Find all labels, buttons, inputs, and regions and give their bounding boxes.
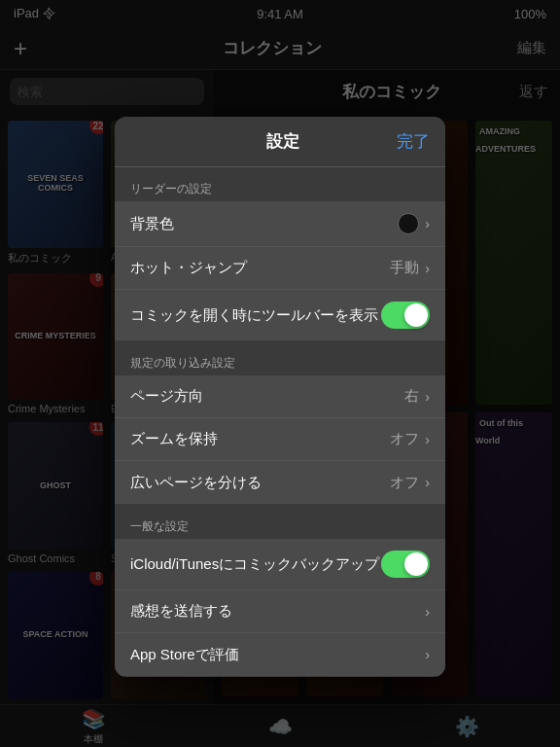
- settings-row-wide-page[interactable]: 広いページを分ける オフ ›: [115, 461, 445, 504]
- settings-done-button[interactable]: 完了: [397, 130, 430, 153]
- color-swatch: [398, 213, 419, 234]
- chevron-icon: ›: [425, 475, 430, 490]
- settings-row-page-dir[interactable]: ページ方向 右 ›: [115, 375, 445, 418]
- chevron-icon: ›: [425, 432, 430, 447]
- row-label: ページ方向: [130, 387, 203, 406]
- download-settings-group: ページ方向 右 › ズームを保持 オフ › 広いページを分ける オフ ›: [115, 375, 445, 504]
- chevron-icon: ›: [425, 389, 430, 405]
- settings-overlay: 設定 完了 リーダーの設定 背景色 › ホット・ジャンプ 手動› コミックを開く…: [0, 0, 560, 747]
- row-label: ホット・ジャンプ: [130, 259, 247, 277]
- settings-panel: 設定 完了 リーダーの設定 背景色 › ホット・ジャンプ 手動› コミックを開く…: [115, 117, 445, 677]
- reader-section-header: リーダーの設定: [115, 167, 445, 201]
- row-label: 感想を送信する: [130, 602, 232, 621]
- toggle-icloud[interactable]: [381, 551, 430, 578]
- toggle-toolbar[interactable]: [381, 302, 430, 329]
- row-value: 右: [404, 387, 419, 406]
- settings-row-keep-zoom[interactable]: ズームを保持 オフ ›: [115, 418, 445, 461]
- row-label: コミックを開く時にツールバーを表示: [130, 306, 378, 325]
- row-label: 広いページを分ける: [130, 474, 262, 492]
- settings-row-hot-jump[interactable]: ホット・ジャンプ 手動›: [115, 247, 445, 290]
- general-settings-group: iCloud/iTunesにコミックバックアップ 感想を送信する › App S…: [115, 539, 445, 676]
- row-value: オフ: [390, 430, 419, 448]
- row-label: iCloud/iTunesにコミックバックアップ: [130, 555, 379, 574]
- row-label: App Storeで評価: [130, 646, 239, 664]
- row-label: 背景色: [130, 215, 174, 233]
- download-section-header: 規定の取り込み設定: [115, 341, 445, 375]
- row-value: オフ: [390, 474, 419, 492]
- settings-title: 設定: [169, 130, 397, 153]
- chevron-icon: ›: [425, 261, 430, 276]
- reader-settings-group: 背景色 › ホット・ジャンプ 手動› コミックを開く時にツールバーを表示: [115, 201, 445, 340]
- settings-header: 設定 完了: [115, 117, 445, 167]
- row-label: ズームを保持: [130, 430, 218, 448]
- chevron-icon: ›: [425, 647, 430, 662]
- settings-row-appstore[interactable]: App Storeで評価 ›: [115, 633, 445, 676]
- general-section-header: 一般な設定: [115, 505, 445, 539]
- settings-row-icloud[interactable]: iCloud/iTunesにコミックバックアップ: [115, 539, 445, 590]
- settings-row-bg-color[interactable]: 背景色 ›: [115, 201, 445, 247]
- chevron-icon: ›: [425, 216, 430, 231]
- row-value: 手動: [390, 259, 419, 277]
- settings-row-feedback[interactable]: 感想を送信する ›: [115, 590, 445, 633]
- chevron-icon: ›: [425, 604, 430, 620]
- settings-row-toolbar[interactable]: コミックを開く時にツールバーを表示: [115, 290, 445, 340]
